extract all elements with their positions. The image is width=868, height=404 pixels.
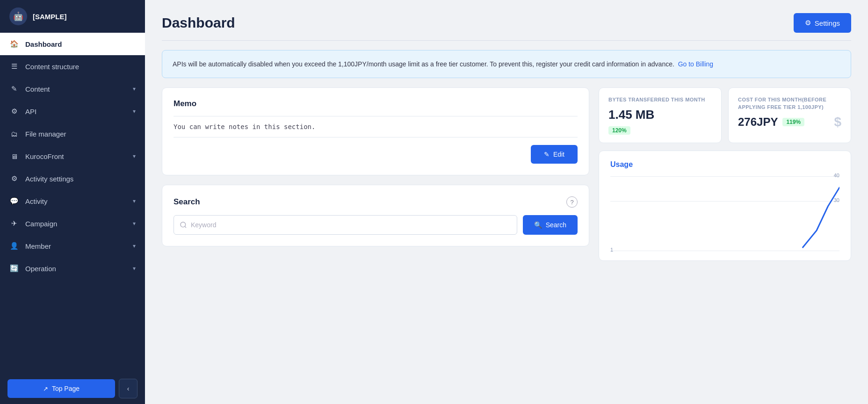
sidebar-item-campaign[interactable]: ✈Campaign▾ (0, 212, 145, 235)
search-card-header: Search ? (174, 196, 578, 208)
sidebar-brand: [SAMPLE] (33, 13, 67, 21)
search-icon: 🔍 (534, 221, 542, 229)
cost-label: COST FOR THIS MONTH(BEFORE APPLYING FREE… (738, 96, 841, 111)
campaign-icon: ✈ (9, 219, 19, 228)
kurocofront-icon: 🖥 (9, 152, 19, 161)
left-cards: Memo You can write notes in this section… (162, 87, 589, 246)
activity-icon: 💬 (9, 196, 19, 206)
main-header: Dashboard ⚙ Settings (145, 0, 868, 40)
settings-button[interactable]: ⚙ Settings (794, 13, 851, 33)
sidebar-header: 🤖 [SAMPLE] (0, 0, 145, 33)
top-page-button[interactable]: ↗ Top Page (7, 379, 115, 398)
page-title: Dashboard (162, 15, 235, 31)
memo-card-title: Memo (174, 99, 578, 108)
robot-icon: 🤖 (13, 11, 23, 22)
sidebar-item-activity-settings-label: Activity settings (25, 175, 136, 183)
sidebar-item-kurocofront[interactable]: 🖥KurocoFront▾ (0, 145, 145, 167)
sidebar-item-dashboard-label: Dashboard (25, 40, 136, 48)
operation-icon: 🔄 (9, 264, 19, 273)
member-chevron-icon: ▾ (133, 243, 136, 249)
activity-settings-icon: ⚙ (9, 174, 19, 183)
search-row: 🔍 Search (174, 215, 578, 235)
member-icon: 👤 (9, 241, 19, 251)
search-card-title: Search (174, 197, 200, 207)
header-divider (162, 40, 851, 41)
edit-memo-button[interactable]: ✎ Edit (531, 145, 578, 164)
sidebar-item-api-label: API (25, 108, 126, 115)
search-input[interactable] (174, 215, 517, 235)
memo-card: Memo You can write notes in this section… (162, 87, 589, 175)
sidebar-item-dashboard[interactable]: 🏠Dashboard (0, 33, 145, 55)
sidebar-footer: ↗ Top Page ‹ (0, 373, 145, 404)
sidebar-item-kurocofront-label: KurocoFront (25, 152, 126, 160)
sidebar-logo: 🤖 (9, 7, 27, 25)
bytes-label: BYTES TRANSFERRED THIS MONTH (608, 96, 712, 103)
pencil-icon: ✎ (544, 151, 550, 158)
go-to-billing-link[interactable]: Go to Billing (678, 60, 713, 68)
right-cards: BYTES TRANSFERRED THIS MONTH 1.45 MB 120… (599, 87, 851, 260)
sidebar-item-campaign-label: Campaign (25, 220, 126, 228)
dollar-icon: $ (834, 115, 841, 130)
file-manager-icon: 🗂 (9, 129, 19, 138)
search-button[interactable]: 🔍 Search (523, 215, 578, 235)
kurocofront-chevron-icon: ▾ (133, 153, 136, 159)
sidebar-item-member-label: Member (25, 242, 126, 250)
api-chevron-icon: ▾ (133, 108, 136, 115)
collapse-sidebar-button[interactable]: ‹ (119, 379, 137, 398)
alert-banner: APIs will be automatically disabled when… (162, 50, 851, 78)
usage-chart-svg (610, 176, 839, 251)
usage-chart: 40 30 1 (610, 176, 839, 251)
content-chevron-icon: ▾ (133, 86, 136, 92)
sidebar-item-content-structure[interactable]: ☰Content structure (0, 55, 145, 78)
sidebar-item-operation[interactable]: 🔄Operation▾ (0, 257, 145, 280)
sidebar-item-activity-settings[interactable]: ⚙Activity settings (0, 167, 145, 190)
sidebar-item-content-structure-label: Content structure (25, 63, 136, 71)
sidebar-item-content[interactable]: ✎Content▾ (0, 78, 145, 100)
stats-row: BYTES TRANSFERRED THIS MONTH 1.45 MB 120… (599, 87, 851, 143)
sidebar: 🤖 [SAMPLE] 🏠Dashboard☰Content structure✎… (0, 0, 145, 404)
operation-chevron-icon: ▾ (133, 265, 136, 272)
usage-card: Usage 40 30 1 (599, 151, 851, 261)
sidebar-nav: 🏠Dashboard☰Content structure✎Content▾⚙AP… (0, 33, 145, 404)
sidebar-item-content-label: Content (25, 85, 126, 93)
api-icon: ⚙ (9, 107, 19, 116)
cost-stat-card: COST FOR THIS MONTH(BEFORE APPLYING FREE… (728, 87, 851, 143)
sidebar-item-activity-label: Activity (25, 197, 126, 205)
bytes-badge: 120% (608, 126, 630, 135)
sidebar-item-file-manager-label: File manager (25, 130, 136, 138)
memo-content: You can write notes in this section. (174, 116, 578, 137)
sidebar-item-activity[interactable]: 💬Activity▾ (0, 190, 145, 212)
activity-chevron-icon: ▾ (133, 198, 136, 204)
search-help-icon[interactable]: ? (566, 196, 578, 208)
cost-badge: 119% (782, 118, 804, 126)
gear-icon: ⚙ (805, 19, 811, 27)
usage-title: Usage (610, 160, 839, 169)
search-card: Search ? 🔍 Search (162, 185, 589, 246)
usage-line (803, 188, 839, 247)
external-link-icon: ↗ (43, 385, 48, 392)
content-icon: ✎ (9, 84, 19, 94)
sidebar-item-file-manager[interactable]: 🗂File manager (0, 123, 145, 145)
cost-value-row: 276JPY 119% $ (738, 115, 841, 130)
dashboard-icon: 🏠 (9, 39, 19, 49)
campaign-chevron-icon: ▾ (133, 220, 136, 227)
bytes-stat-card: BYTES TRANSFERRED THIS MONTH 1.45 MB 120… (599, 87, 722, 143)
bytes-value: 1.45 MB (608, 108, 712, 122)
main-content: Dashboard ⚙ Settings APIs will be automa… (145, 0, 868, 404)
cards-area: Memo You can write notes in this section… (162, 87, 851, 260)
sidebar-item-api[interactable]: ⚙API▾ (0, 100, 145, 123)
sidebar-item-operation-label: Operation (25, 265, 126, 273)
content-structure-icon: ☰ (9, 62, 19, 71)
sidebar-item-member[interactable]: 👤Member▾ (0, 235, 145, 257)
